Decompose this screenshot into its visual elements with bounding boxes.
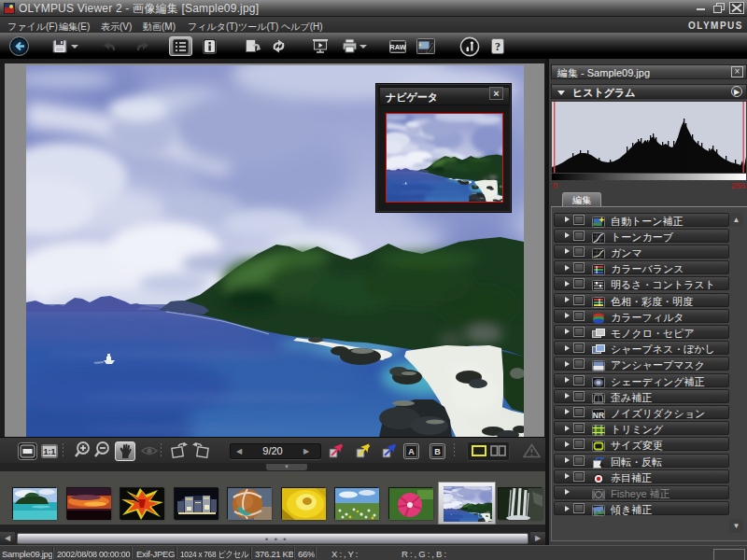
svg-text:?: ? — [495, 40, 500, 53]
svg-text:B: B — [434, 447, 441, 456]
svg-text:NR: NR — [593, 410, 604, 419]
svg-text:A: A — [408, 447, 415, 456]
svg-text:RAW: RAW — [389, 43, 406, 51]
svg-text:1:1: 1:1 — [43, 447, 55, 456]
